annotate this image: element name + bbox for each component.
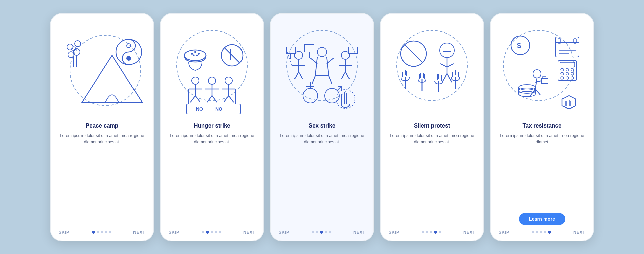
svg-point-19	[198, 53, 200, 55]
illustration-tax-resistance: $	[498, 22, 586, 119]
svg-point-0	[70, 35, 141, 106]
svg-line-113	[535, 78, 537, 89]
dot-4	[434, 231, 437, 234]
dot-4	[105, 231, 107, 233]
next-button-tax-resistance[interactable]: NEXT	[573, 230, 585, 235]
svg-point-100	[571, 68, 574, 71]
dot-2	[97, 231, 99, 233]
svg-point-103	[571, 72, 574, 75]
svg-point-112	[533, 70, 541, 78]
next-button-hunger-strike[interactable]: NEXT	[243, 230, 255, 235]
skip-button-sex-strike[interactable]: SKIP	[279, 230, 289, 235]
svg-line-33	[207, 96, 212, 102]
next-button-silent-protest[interactable]: NEXT	[463, 230, 475, 235]
dots-sex-strike	[312, 231, 331, 234]
card-title-hunger-strike: Hunger strike	[194, 122, 230, 129]
card-title-silent-protest: Silent protest	[414, 122, 450, 129]
svg-point-18	[194, 51, 196, 53]
skip-button-peace-camp[interactable]: SKIP	[59, 230, 69, 235]
svg-point-59	[341, 51, 350, 59]
next-button-sex-strike[interactable]: NEXT	[353, 230, 365, 235]
card-hunger-strike: NO NO Hunger strike Lorem ipsum dolor si…	[160, 13, 264, 241]
illustration-peace-camp	[58, 22, 146, 119]
dot-1	[532, 231, 534, 233]
dot-5	[329, 231, 331, 233]
dots-peace-camp	[92, 231, 111, 234]
svg-point-104	[561, 77, 564, 79]
svg-line-116	[535, 89, 540, 95]
svg-line-114	[535, 81, 542, 82]
card-sex-strike: Sex strike Lorem ipsum dolor sit dim ame…	[270, 13, 374, 241]
svg-point-66	[303, 88, 318, 103]
dot-5	[548, 231, 551, 234]
card-tax-resistance: $	[490, 13, 594, 241]
svg-line-49	[294, 72, 299, 79]
svg-text:NO: NO	[215, 106, 222, 112]
svg-line-38	[224, 96, 229, 102]
next-button-peace-camp[interactable]: NEXT	[133, 230, 145, 235]
dot-5	[109, 231, 111, 233]
svg-point-5	[67, 44, 73, 50]
svg-point-21	[196, 54, 198, 56]
dots-hunger-strike	[202, 231, 221, 234]
svg-rect-117	[541, 78, 548, 84]
cards-container: Peace camp Lorem ipsum dolor sit dim ame…	[37, 3, 607, 251]
svg-line-70	[337, 86, 341, 91]
svg-point-7	[68, 52, 74, 58]
svg-point-14	[127, 56, 131, 60]
dot-5	[219, 231, 221, 233]
svg-point-46	[294, 51, 303, 59]
dot-4	[325, 231, 327, 233]
svg-line-55	[310, 58, 317, 64]
dot-4	[215, 231, 217, 233]
svg-point-99	[566, 68, 569, 71]
svg-point-54	[317, 47, 327, 57]
card-body-hunger-strike: Lorem ipsum dolor sit dim amet, mea regi…	[167, 133, 257, 226]
svg-text:NO: NO	[196, 106, 203, 112]
svg-line-23	[224, 48, 240, 63]
svg-marker-118	[562, 96, 576, 109]
svg-rect-51	[287, 47, 295, 54]
dot-3	[101, 231, 103, 233]
card-body-silent-protest: Lorem ipsum dolor sit dim amet, mea regi…	[387, 133, 477, 226]
svg-line-50	[299, 72, 303, 79]
card-nav-tax-resistance: SKIP NEXT	[497, 230, 587, 235]
dot-3	[430, 231, 432, 233]
card-title-peace-camp: Peace camp	[86, 122, 118, 129]
skip-button-tax-resistance[interactable]: SKIP	[499, 230, 509, 235]
card-title-tax-resistance: Tax resistance	[523, 122, 562, 129]
svg-point-6	[75, 41, 81, 47]
svg-rect-40	[187, 104, 240, 114]
svg-point-77	[440, 43, 454, 58]
svg-text:$: $	[517, 41, 521, 50]
svg-point-20	[193, 54, 195, 56]
card-nav-hunger-strike: SKIP NEXT	[167, 230, 257, 235]
svg-line-56	[327, 58, 334, 64]
svg-point-74	[397, 30, 467, 101]
svg-point-35	[225, 77, 232, 84]
svg-line-62	[341, 72, 345, 79]
dot-1	[422, 231, 424, 233]
learn-more-button[interactable]: Learn more	[519, 213, 565, 225]
svg-point-101	[561, 72, 564, 75]
dots-silent-protest	[422, 231, 441, 234]
skip-button-hunger-strike[interactable]: SKIP	[169, 230, 179, 235]
svg-point-86	[503, 30, 574, 101]
illustration-hunger-strike: NO NO	[168, 22, 256, 119]
svg-line-39	[229, 96, 234, 102]
card-silent-protest: Silent protest Lorem ipsum dolor sit dim…	[380, 13, 484, 241]
skip-button-silent-protest[interactable]: SKIP	[389, 230, 399, 235]
card-body-tax-resistance: Lorem ipsum dolor sit dim amet, mea regi…	[497, 133, 587, 210]
svg-point-30	[208, 77, 216, 84]
dot-1	[92, 231, 95, 234]
dot-1	[312, 231, 314, 233]
svg-rect-57	[305, 45, 314, 52]
illustration-sex-strike	[278, 22, 366, 119]
svg-point-98	[561, 68, 564, 71]
svg-line-29	[195, 96, 200, 102]
dots-tax-resistance	[532, 231, 551, 234]
svg-point-25	[192, 77, 199, 84]
svg-point-102	[566, 72, 569, 75]
card-body-peace-camp: Lorem ipsum dolor sit dim amet, mea regi…	[57, 133, 147, 226]
dot-4	[544, 231, 546, 233]
